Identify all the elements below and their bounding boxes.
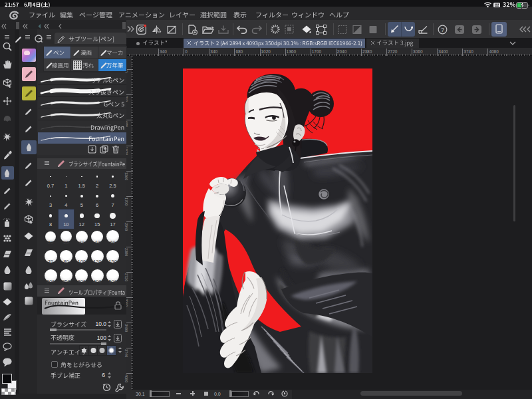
svg-text:?: ? [441, 27, 444, 33]
